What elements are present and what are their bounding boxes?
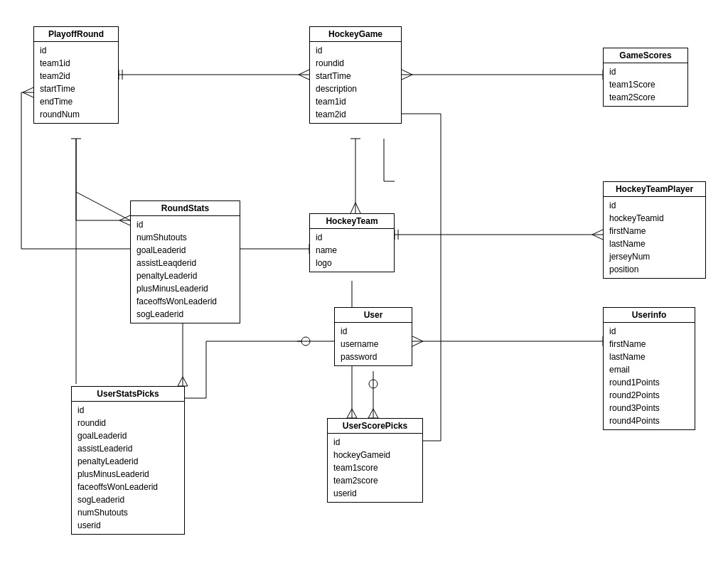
field-PlayoffRound-team1id: team1id [40,57,112,70]
svg-line-2 [299,75,309,80]
field-UserScorePicks-userid: userid [333,487,417,500]
diagram-container: PlayoffRound id team1id team2id startTim… [0,0,728,578]
field-GameScores-id: id [609,65,682,78]
field-HockeyGame-startTime: startTime [316,70,395,82]
field-RoundStats-id: id [136,218,234,231]
field-Userinfo-email: email [609,363,689,376]
svg-point-36 [301,337,310,346]
field-HockeyTeam-logo: logo [316,257,388,269]
field-Userinfo-id: id [609,325,689,338]
entity-HockeyGame-title: HockeyGame [310,27,401,42]
field-PlayoffRound-endTime: endTime [40,95,112,108]
svg-line-11 [76,192,130,220]
field-User-password: password [341,350,406,363]
field-RoundStats-penaltyLeaderid: penaltyLeaderid [136,269,234,282]
field-HockeyGame-id: id [316,44,395,57]
field-UserStatsPicks-assistLeaderid: assistLeaderid [77,442,178,455]
field-UserScorePicks-id: id [333,436,417,449]
field-RoundStats-sogLeaderid: sogLeaderid [136,308,234,321]
svg-line-24 [592,230,603,235]
field-UserStatsPicks-numShutouts: numShutouts [77,506,178,519]
svg-line-8 [402,70,412,75]
field-RoundStats-plusMinusLeaderid: plusMinusLeaderid [136,282,234,295]
field-HockeyTeamPlayer-hockeyTeamid: hockeyTeamid [609,212,700,225]
field-RoundStats-numShutouts: numShutouts [136,231,234,244]
svg-line-15 [119,220,130,225]
entity-HockeyTeam: HockeyTeam id name logo [309,213,395,272]
entity-Userinfo: Userinfo id firstName lastName email rou… [603,307,695,430]
entity-UserStatsPicks-title: UserStatsPicks [72,387,184,402]
entity-UserScorePicks: UserScorePicks id hockeyGameid team1scor… [327,418,423,503]
svg-line-57 [352,409,357,418]
field-UserStatsPicks-plusMinusLeaderid: plusMinusLeaderid [77,468,178,481]
field-User-username: username [341,338,406,350]
field-PlayoffRound-team2id: team2id [40,70,112,82]
field-Userinfo-round2Points: round2Points [609,389,689,402]
svg-line-9 [402,75,412,80]
field-RoundStats-faceoffsWonLeaderid: faceoffsWonLeaderid [136,295,234,308]
entity-HockeyTeamPlayer-title: HockeyTeamPlayer [604,182,705,197]
svg-line-14 [119,215,130,220]
entity-UserStatsPicks: UserStatsPicks id roundid goalLeaderid a… [71,386,185,535]
svg-line-62 [23,92,33,97]
entity-Userinfo-title: Userinfo [604,308,695,323]
entity-RoundStats-title: RoundStats [131,201,240,216]
svg-line-43 [183,377,188,386]
entity-GameScores-title: GameScores [604,48,687,63]
field-RoundStats-assistLeaqderid: assistLeaqderid [136,257,234,269]
entity-PlayoffRound-title: PlayoffRound [34,27,118,42]
field-UserStatsPicks-roundid: roundid [77,417,178,429]
field-Userinfo-firstName: firstName [609,338,689,350]
field-HockeyGame-description: description [316,82,395,95]
field-PlayoffRound-id: id [40,44,112,57]
entity-HockeyTeamPlayer: HockeyTeamPlayer id hockeyTeamid firstNa… [603,181,706,279]
field-HockeyTeamPlayer-id: id [609,199,700,212]
field-UserStatsPicks-userid: userid [77,519,178,532]
svg-line-31 [412,336,423,341]
field-GameScores-team1Score: team1Score [609,78,682,91]
field-HockeyTeam-id: id [316,231,388,244]
field-Userinfo-round1Points: round1Points [609,376,689,389]
field-PlayoffRound-startTime: startTime [40,82,112,95]
svg-line-47 [368,409,373,418]
entity-RoundStats: RoundStats id numShutouts goalLeaderid a… [130,200,240,323]
svg-line-56 [347,409,352,418]
field-UserStatsPicks-id: id [77,404,178,417]
field-UserScorePicks-team1score: team1score [333,461,417,474]
field-HockeyGame-team2id: team2id [316,108,395,121]
field-PlayoffRound-roundNum: roundNum [40,108,112,121]
field-HockeyGame-roundid: roundid [316,57,395,70]
field-Userinfo-round3Points: round3Points [609,402,689,414]
entity-HockeyTeam-title: HockeyTeam [310,214,394,229]
field-User-id: id [341,325,406,338]
entity-GameScores: GameScores id team1Score team2Score [603,48,688,107]
svg-line-18 [350,203,355,213]
entity-User: User id username password [334,307,412,366]
field-Userinfo-lastName: lastName [609,350,689,363]
svg-line-42 [178,377,183,386]
entity-User-title: User [335,308,412,323]
field-HockeyGame-team1id: team1id [316,95,395,108]
field-UserScorePicks-team2score: team2score [333,474,417,487]
field-Userinfo-round4Points: round4Points [609,414,689,427]
svg-line-1 [299,70,309,75]
field-HockeyTeam-name: name [316,244,388,257]
svg-line-48 [373,409,378,418]
svg-line-25 [592,235,603,240]
field-UserStatsPicks-goalLeaderid: goalLeaderid [77,429,178,442]
field-UserStatsPicks-faceoffsWonLeaderid: faceoffsWonLeaderid [77,481,178,493]
svg-line-61 [23,87,33,92]
field-UserScorePicks-hockeyGameid: hockeyGameid [333,449,417,461]
entity-PlayoffRound: PlayoffRound id team1id team2id startTim… [33,26,119,124]
field-UserStatsPicks-penaltyLeaderid: penaltyLeaderid [77,455,178,468]
field-GameScores-team2Score: team2Score [609,91,682,104]
svg-line-32 [412,341,423,346]
field-HockeyTeamPlayer-firstName: firstName [609,225,700,237]
field-HockeyTeamPlayer-lastName: lastName [609,237,700,250]
entity-UserScorePicks-title: UserScorePicks [328,419,422,434]
field-HockeyTeamPlayer-jerseyNum: jerseyNum [609,250,700,263]
field-RoundStats-goalLeaderid: goalLeaderid [136,244,234,257]
svg-line-19 [355,203,360,213]
field-UserStatsPicks-sogLeaderid: sogLeaderid [77,493,178,506]
entity-HockeyGame: HockeyGame id roundid startTime descript… [309,26,402,124]
